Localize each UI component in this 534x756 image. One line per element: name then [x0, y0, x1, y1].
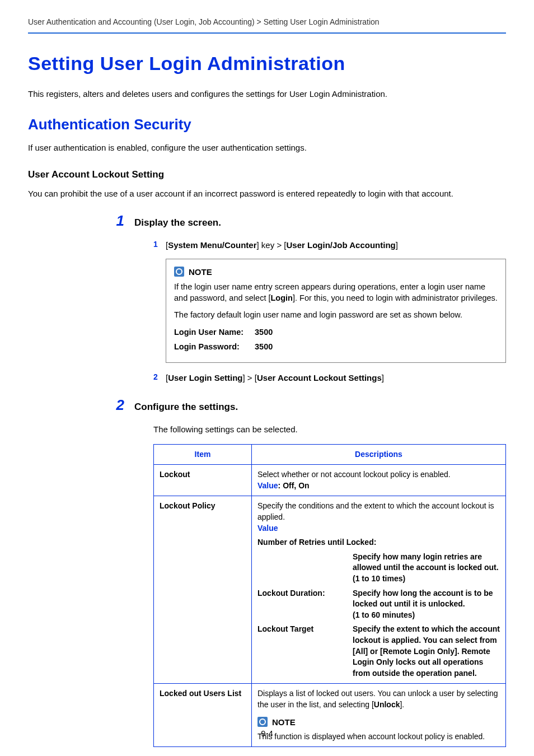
login-username-row: Login User Name: 3500 [174, 326, 498, 338]
table-row: Lockout Select whether or not account lo… [154, 465, 506, 496]
substep-number: 2 [153, 372, 166, 384]
substep-1-2: 2 [User Login Setting] > [User Account L… [153, 372, 506, 384]
cell-desc: Specify the conditions and the extent to… [252, 496, 506, 684]
note-icon [174, 267, 184, 277]
login-password-row: Login Password: 3500 [174, 341, 498, 352]
section-auth-security: Authentication Security [28, 114, 506, 134]
page-number: 9-4 [0, 727, 534, 739]
step-2-intro: The following settings can be selected. [153, 423, 506, 435]
page-title: Setting User Login Administration [28, 50, 506, 77]
note-p2: The factory default login user name and … [174, 309, 498, 320]
step-2-title: Configure the settings. [134, 400, 238, 414]
cell-item: Lockout [154, 465, 252, 496]
intro-text: This registers, alters and deletes users… [28, 88, 506, 100]
substep-text: [User Login Setting] > [User Account Loc… [166, 372, 384, 384]
substep-1-1: 1 [System Menu/Counter] key > [User Logi… [153, 239, 506, 251]
settings-table: Item Descriptions Lockout Select whether… [153, 444, 506, 747]
auth-intro: If user authentication is enabled, confi… [28, 142, 506, 153]
cell-item: Lockout Policy [154, 496, 252, 684]
note-label: NOTE [189, 266, 212, 278]
note-icon [257, 717, 268, 727]
th-item: Item [154, 444, 252, 465]
substep-text: [System Menu/Counter] key > [User Login/… [166, 239, 398, 251]
note-p1: If the login user name entry screen appe… [174, 281, 498, 304]
note-label: NOTE [272, 716, 296, 728]
th-desc: Descriptions [252, 444, 506, 465]
divider [28, 32, 506, 34]
note-box: NOTE If the login user name entry screen… [166, 259, 506, 363]
table-row: Lockout Policy Specify the conditions an… [154, 496, 506, 684]
cell-desc: Select whether or not account lockout po… [252, 465, 506, 496]
step-number-icon: 2 [106, 395, 134, 415]
substep-number: 1 [153, 239, 166, 251]
lockout-intro: You can prohibit the use of a user accou… [28, 188, 506, 199]
step-number-icon: 1 [106, 211, 134, 231]
step-2: 2 Configure the settings. [28, 395, 506, 415]
step-1: 1 Display the screen. [28, 211, 506, 231]
breadcrumb: User Authentication and Accounting (User… [28, 17, 506, 32]
subsection-lockout: User Account Lockout Setting [28, 168, 506, 181]
step-1-title: Display the screen. [134, 216, 221, 230]
